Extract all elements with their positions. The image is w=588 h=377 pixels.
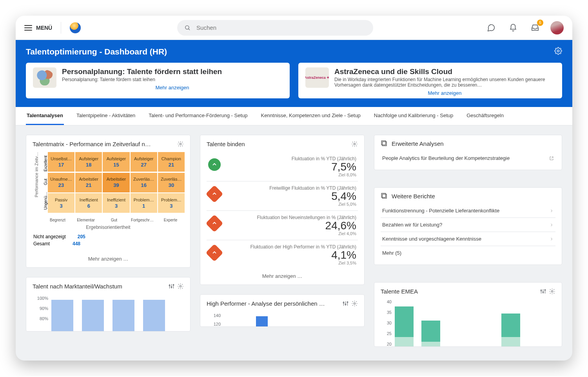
matrix-cell[interactable]: Aufsteiger18	[75, 152, 102, 172]
topbar: MENÜ 6	[16, 16, 572, 40]
matrix-cell[interactable]: Unaufme…23	[48, 173, 74, 192]
bar[interactable]	[51, 300, 73, 331]
settings-gear-icon[interactable]	[554, 47, 562, 56]
matrix-cell[interactable]: Zuverläs…30	[158, 173, 185, 192]
matrix-cell[interactable]: Ineffizient6	[75, 193, 102, 213]
bell-icon[interactable]	[506, 21, 520, 34]
svg-point-10	[180, 285, 181, 287]
feature-title: Personalplanung: Talente fördern statt l…	[62, 67, 283, 76]
matrix-cell[interactable]: Aufsteiger15	[103, 152, 129, 172]
bar[interactable]	[113, 300, 134, 331]
menu-button[interactable]: MENÜ	[24, 25, 52, 31]
svg-point-3	[180, 143, 181, 145]
sliders-icon[interactable]	[342, 300, 349, 307]
svg-point-2	[557, 50, 559, 52]
matrix-cell[interactable]: Arbeitstier39	[103, 173, 129, 192]
matrix-cell[interactable]: Passiv3	[48, 193, 74, 213]
external-icon	[549, 156, 554, 161]
emea-bar[interactable]	[395, 306, 414, 346]
svg-point-0	[185, 25, 189, 29]
matrix-cell[interactable]: Problem…3	[158, 193, 185, 213]
erweiterte-analysen-card: Erweiterte Analysen People Analytics für…	[374, 135, 562, 170]
kpi-value: 5,4%	[226, 191, 356, 202]
kpi-target: Ziel 4,0%	[226, 231, 356, 236]
gear-icon[interactable]	[549, 288, 555, 295]
report-link[interactable]: Bezahlen wir für Leistung?	[381, 218, 555, 232]
kpi-row[interactable]: Fluktuation der High Performer in % YTD …	[207, 240, 358, 269]
separator	[61, 22, 61, 34]
tab-performance-setup[interactable]: Talent- und Performance-Förderung - Setu…	[148, 107, 248, 125]
bar[interactable]	[143, 300, 165, 331]
kpi-target: Ziel 8,0%	[226, 172, 356, 177]
inbox-badge: 6	[537, 20, 543, 26]
bar[interactable]	[82, 300, 104, 331]
total-value[interactable]: 448	[73, 241, 80, 246]
chevron-right-icon	[549, 237, 554, 241]
sliders-icon[interactable]	[168, 283, 175, 290]
report-link[interactable]: Kenntnisse und vorgeschlagene Kenntnisse	[381, 232, 555, 246]
matrix-cell[interactable]: Arbeitstier21	[75, 173, 102, 192]
gear-icon[interactable]	[351, 300, 358, 307]
card-title: Erweiterte Analysen	[392, 140, 444, 147]
kpi-row[interactable]: Fluktuation in % YTD (Jährlich)7,5%Ziel …	[207, 152, 358, 181]
stack-icon	[381, 192, 388, 199]
chevron-right-icon	[549, 223, 554, 227]
gear-icon[interactable]	[351, 141, 358, 147]
report-link-more[interactable]: Mehr (5)	[381, 246, 555, 260]
tab-talentanalysen[interactable]: Talentanalysen	[26, 107, 64, 125]
matrix-cell[interactable]: Champion21	[158, 152, 185, 172]
bar[interactable]	[256, 316, 268, 326]
workday-logo[interactable]	[70, 22, 81, 33]
svg-line-1	[189, 29, 190, 30]
tab-geschaeftsregeln[interactable]: Geschäftsregeln	[466, 107, 505, 125]
analysis-link[interactable]: People Analytics für Beurteilung der Kom…	[381, 151, 555, 165]
card-title: Weitere Berichte	[392, 193, 435, 199]
tab-nachfolge-setup[interactable]: Nachfolge und Kalibrierung - Setup	[373, 107, 454, 125]
chevron-right-icon	[549, 208, 554, 213]
feature-thumb-logo: AstraZeneca ✦	[305, 67, 329, 88]
card-title: High Performer - Analyse der persönliche…	[207, 300, 325, 307]
inbox-icon[interactable]: 6	[528, 21, 542, 34]
talentmatrix-card: Talentmatrix - Performance im Zeitverlau…	[26, 135, 191, 268]
alert-icon	[205, 185, 223, 203]
kpi-row[interactable]: Freiwillige Fluktuation in % YTD (Jährli…	[207, 181, 358, 211]
matrix-cell[interactable]: Aufsteiger27	[131, 152, 157, 172]
y-axis-label: Performance im Zeitv…	[34, 152, 39, 198]
avatar[interactable]	[550, 21, 564, 34]
feature-more-link[interactable]: Mehr anzeigen	[428, 90, 462, 96]
matrix-cell[interactable]: Unselbst…17	[48, 152, 74, 172]
kpi-row[interactable]: Fluktuation bei Neueinstellungen in % (J…	[207, 211, 358, 240]
kpi-target: Ziel 3,5%	[226, 261, 356, 265]
matrix-cell[interactable]: Ineffizient3	[103, 193, 129, 213]
feature-more-link[interactable]: Mehr anzeigen	[156, 85, 189, 91]
feature-subtitle: Die in Workday integrierten Funktionen f…	[334, 77, 555, 88]
top-icons: 6	[485, 21, 564, 34]
feature-card-personalplanung[interactable]: Personalplanung: Talente fördern statt l…	[26, 63, 290, 98]
hamburger-icon	[24, 25, 32, 31]
search-input[interactable]	[196, 24, 366, 31]
feature-subtitle: Personalplanung: Talente fördern statt l…	[62, 77, 283, 82]
emea-bar[interactable]	[501, 314, 520, 346]
tab-kompetenzen-setup[interactable]: Kenntnisse, Kompetenzen und Ziele - Setu…	[260, 107, 361, 125]
gear-icon[interactable]	[177, 141, 184, 147]
chat-icon[interactable]	[485, 21, 498, 34]
gear-icon[interactable]	[177, 283, 184, 290]
tab-talentpipeline[interactable]: Talentpipeline - Aktivitäten	[76, 107, 136, 125]
tabs: Talentanalysen Talentpipeline - Aktivitä…	[16, 107, 572, 125]
sliders-icon[interactable]	[540, 288, 546, 295]
emea-bar[interactable]	[421, 321, 440, 346]
matrix-grid: Unselbst…17Aufsteiger18Aufsteiger15Aufst…	[48, 152, 185, 213]
weitere-berichte-card: Weitere Berichte Funktionstrennung - Pot…	[374, 187, 562, 265]
search-bar[interactable]	[177, 20, 373, 36]
not-shown-value[interactable]: 205	[78, 234, 85, 239]
feature-card-astrazeneca[interactable]: AstraZeneca ✦ AstraZeneca und die Skills…	[298, 63, 562, 98]
stack-icon	[381, 140, 388, 147]
high-performer-card: High Performer - Analyse der persönliche…	[200, 294, 365, 327]
high-performer-chart: 140 120	[200, 310, 364, 326]
matrix-cell[interactable]: Problem…1	[131, 193, 157, 213]
card-title: Talentmatrix - Performance im Zeitverlau…	[33, 141, 151, 147]
matrix-more-link[interactable]: Mehr anzeigen …	[26, 252, 190, 267]
kpi-more-link[interactable]: Mehr anzeigen …	[200, 269, 364, 285]
report-link[interactable]: Funktionstrennung - Potenzielle Lieferan…	[381, 203, 555, 218]
matrix-cell[interactable]: Zuverläs…16	[131, 173, 157, 192]
